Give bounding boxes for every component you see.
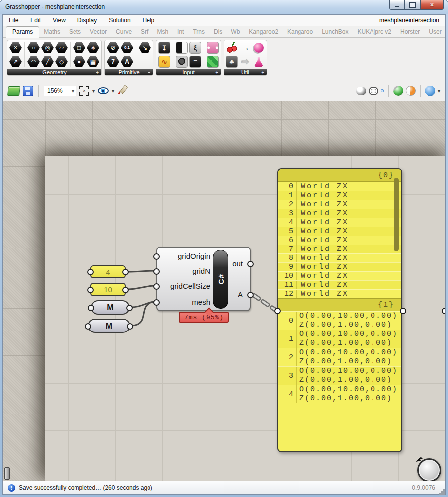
grasshopper-canvas[interactable]: 4 10 M M gridOrigingridNgridCellSizemesh (3, 101, 445, 481)
boolean-param-icon[interactable]: ⊘ (107, 42, 119, 53)
resize-grip[interactable] (439, 489, 440, 490)
input-nub[interactable] (85, 323, 91, 330)
save-file-icon[interactable] (23, 86, 33, 96)
group-expand-icon[interactable]: + (148, 70, 150, 75)
zoom-extents-icon[interactable]: × (79, 86, 89, 96)
scribble-icon[interactable]: ∿ (158, 56, 170, 68)
open-file-icon[interactable] (7, 86, 20, 96)
control-knob-icon[interactable] (176, 56, 188, 68)
input-nub[interactable] (153, 268, 160, 275)
output-nub[interactable] (247, 261, 254, 267)
tab[interactable]: Params (6, 26, 39, 38)
curve-param-icon[interactable]: ◠ (27, 56, 40, 67)
sphere-param-icon[interactable]: ● (73, 56, 85, 67)
tab[interactable]: Workshop (446, 27, 448, 37)
input-nub[interactable] (153, 299, 160, 306)
galapagos-icon[interactable] (253, 42, 265, 54)
shaded-preview-button-selected[interactable] (381, 89, 384, 92)
data-panel[interactable]: {0} 0World ZX1World ZX2World ZX3World ZX… (277, 168, 402, 452)
menu-item[interactable]: Help (137, 16, 161, 25)
number-slider-icon[interactable]: ↧ (158, 42, 170, 54)
titlebar[interactable]: Grasshopper - meshplaneintersection × (0, 0, 448, 14)
menu-item[interactable]: Solution (103, 16, 136, 25)
panel-input-nub[interactable] (274, 308, 281, 314)
number-slider-node[interactable]: 10 (90, 283, 126, 296)
tab[interactable]: Horster (396, 27, 424, 37)
output-nub[interactable] (126, 305, 133, 311)
tab[interactable]: User (424, 27, 446, 37)
line-param-icon[interactable]: ╱ (41, 56, 54, 67)
panel-scrollbar-thumb[interactable] (394, 178, 399, 251)
no-preview-icon[interactable] (356, 87, 366, 95)
input-nub[interactable] (88, 305, 94, 311)
group-expand-icon[interactable]: + (96, 70, 99, 75)
chevron-down-icon[interactable]: ▾ (92, 88, 95, 94)
group-label-input[interactable]: Input + (156, 69, 221, 75)
sketch-pen-icon[interactable] (117, 86, 127, 96)
mesh-param-node[interactable]: M (88, 319, 130, 333)
output-nub[interactable] (247, 292, 254, 298)
pointcloud-param-icon[interactable]: ∗ (87, 42, 99, 53)
tab[interactable]: Msh (152, 27, 173, 37)
menu-item[interactable]: View (47, 16, 72, 25)
group-label-util[interactable]: Util + (224, 69, 267, 75)
data-relay-icon[interactable]: → (239, 42, 251, 54)
tab[interactable]: Curve (111, 27, 136, 37)
tab[interactable]: Vector (85, 27, 111, 37)
boolean-toggle-icon[interactable] (176, 42, 188, 54)
integer-param-icon[interactable]: 7 (107, 56, 119, 67)
minimize-button[interactable] (389, 0, 405, 10)
input-nub[interactable] (153, 253, 160, 260)
circle-param-icon[interactable]: ○ (27, 42, 40, 53)
data-path-param-icon[interactable]: ↘ (139, 42, 151, 53)
canvas-scrollbar-thumb[interactable] (4, 467, 10, 480)
group-expand-icon[interactable]: + (261, 70, 264, 75)
plane-param-icon[interactable]: ▱ (55, 42, 68, 53)
flask-icon[interactable] (253, 56, 265, 68)
tab[interactable]: LunchBox (317, 27, 353, 37)
mesh-param-node[interactable]: M (91, 300, 130, 315)
output-nub[interactable] (127, 323, 133, 330)
tab[interactable]: Wb (226, 27, 244, 37)
tab[interactable]: Int (173, 27, 188, 37)
data-tree-icon[interactable]: ♣ (226, 56, 238, 68)
output-nub[interactable] (122, 269, 129, 275)
input-nub[interactable] (153, 283, 160, 290)
panel-output-nub[interactable] (400, 308, 406, 314)
wireframe-preview-icon[interactable] (369, 87, 378, 95)
input-nub[interactable] (87, 287, 94, 293)
tab[interactable]: Trns (188, 27, 209, 37)
chevron-down-icon[interactable]: ▾ (438, 88, 440, 94)
number-param-icon[interactable]: 0.1 (121, 42, 133, 53)
spiral-param-icon[interactable]: ◎ (41, 42, 54, 53)
value-list-icon[interactable]: ≡ (189, 56, 201, 68)
tab[interactable]: Kangaroo2 (244, 27, 283, 37)
tab[interactable]: KUKA|prc v2 (353, 27, 396, 37)
chevron-down-icon[interactable]: ▾ (112, 88, 114, 94)
preview-selected-only-icon[interactable] (393, 86, 403, 96)
offscreen-nub[interactable] (442, 308, 445, 314)
cherry-picker-icon[interactable] (226, 42, 238, 54)
vector-param-icon[interactable]: ↗ (9, 56, 22, 67)
mesh-param-icon[interactable]: ▦ (87, 56, 99, 67)
close-button[interactable]: × (420, 0, 444, 10)
canvas-compass-widget[interactable] (417, 458, 441, 481)
menu-item[interactable]: Display (72, 16, 103, 25)
tab[interactable]: Srf (136, 27, 152, 37)
box-param-icon[interactable]: □ (73, 42, 85, 53)
preview-eye-icon[interactable] (98, 87, 109, 94)
graph-mapper-icon[interactable]: ξ (189, 42, 201, 54)
point-param-icon[interactable]: × (9, 42, 22, 53)
data-relay-light-icon[interactable]: ⇨ (239, 56, 251, 68)
rectangle-param-icon[interactable]: ◇ (55, 56, 68, 67)
zoom-level-dropdown[interactable]: 156% ▾ (44, 86, 76, 96)
document-preview-icon[interactable] (406, 86, 416, 96)
tab[interactable]: Maths (39, 27, 65, 37)
preview-mesh-settings-icon[interactable] (425, 86, 435, 96)
csharp-script-node[interactable]: gridOrigingridNgridCellSizemesh C# outA (156, 247, 251, 311)
number-slider-node[interactable]: 4 (90, 265, 126, 278)
output-nub[interactable] (122, 287, 129, 293)
maximize-button[interactable] (405, 0, 420, 10)
gradient-icon[interactable] (207, 56, 219, 68)
group-label-geometry[interactable]: Geometry + (7, 69, 101, 75)
